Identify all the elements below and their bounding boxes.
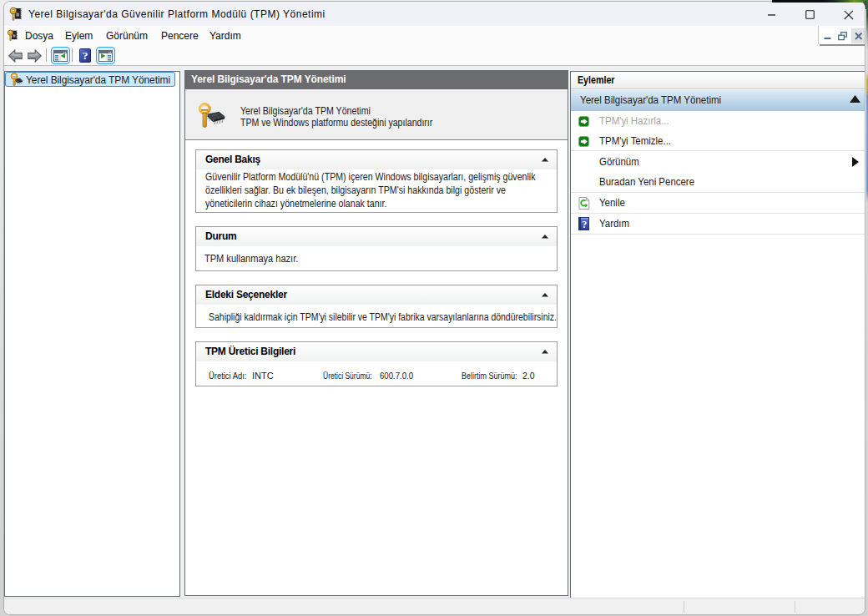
svg-text:?: ? (83, 49, 88, 62)
svg-text:?: ? (582, 218, 587, 230)
